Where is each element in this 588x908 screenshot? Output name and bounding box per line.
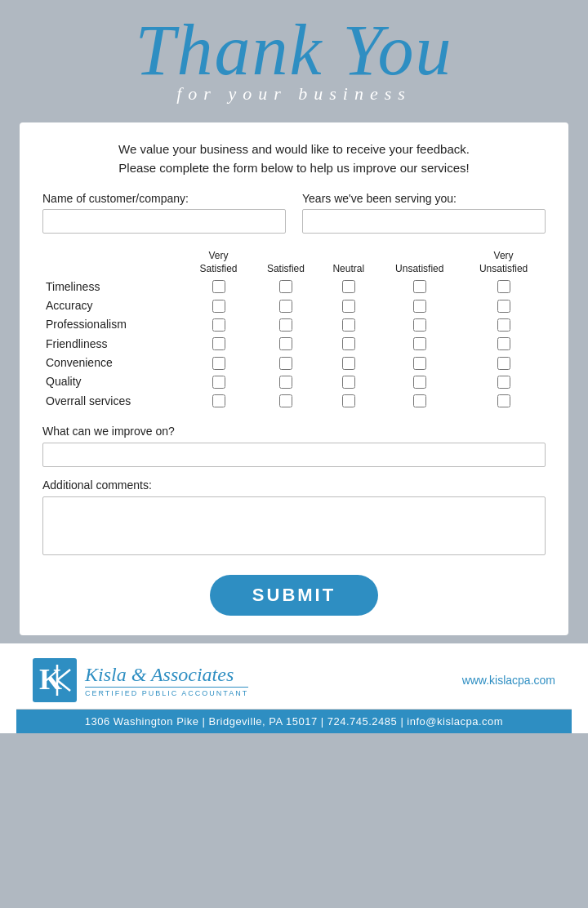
table-row: Timeliness — [42, 277, 546, 296]
years-label: Years we've been serving you: — [302, 192, 546, 205]
row-label: Quality — [42, 372, 185, 391]
years-input[interactable] — [302, 209, 546, 234]
rating-checkbox[interactable] — [279, 300, 292, 313]
rating-checkbox[interactable] — [342, 357, 355, 370]
check-cell[interactable] — [377, 391, 461, 410]
check-cell[interactable] — [461, 334, 546, 353]
row-label: Friendliness — [42, 334, 185, 353]
rating-checkbox[interactable] — [413, 376, 426, 389]
rating-checkbox[interactable] — [497, 280, 510, 293]
footer-section: K Kisla & Associates Certified Public Ac… — [0, 643, 588, 733]
company-tagline: Certified Public Accountant — [85, 687, 248, 697]
check-cell[interactable] — [252, 296, 319, 314]
header-section: Thank You for your business — [0, 0, 588, 122]
row-label: Professionalism — [42, 315, 185, 334]
check-cell[interactable] — [377, 353, 461, 372]
rating-checkbox[interactable] — [413, 394, 426, 407]
rating-checkbox[interactable] — [413, 300, 426, 313]
check-cell[interactable] — [319, 277, 377, 296]
table-row: Friendliness — [42, 334, 546, 353]
submit-button[interactable]: SUBMIT — [210, 575, 378, 616]
table-row: Accuracy — [42, 296, 546, 314]
improve-input[interactable] — [42, 443, 546, 467]
rating-checkbox[interactable] — [212, 318, 225, 332]
check-cell[interactable] — [185, 296, 252, 314]
rating-checkbox[interactable] — [212, 376, 225, 389]
rating-checkbox[interactable] — [279, 394, 292, 407]
rating-checkbox[interactable] — [342, 280, 355, 293]
check-cell[interactable] — [252, 353, 319, 372]
check-cell[interactable] — [185, 334, 252, 353]
check-cell[interactable] — [461, 372, 546, 391]
check-cell[interactable] — [319, 334, 377, 353]
check-cell[interactable] — [185, 372, 252, 391]
rating-checkbox[interactable] — [212, 357, 225, 370]
check-cell[interactable] — [252, 391, 319, 410]
rating-checkbox[interactable] — [342, 337, 355, 350]
check-cell[interactable] — [377, 334, 461, 353]
rating-checkbox[interactable] — [342, 394, 355, 407]
thank-you-title: Thank You — [136, 15, 453, 87]
rating-checkbox[interactable] — [497, 394, 510, 407]
table-row: Quality — [42, 372, 546, 391]
check-cell[interactable] — [252, 334, 319, 353]
submit-row: SUBMIT — [42, 575, 546, 616]
rating-checkbox[interactable] — [413, 357, 426, 370]
rating-checkbox[interactable] — [413, 337, 426, 350]
customer-label: Name of customer/company: — [42, 192, 286, 205]
rating-checkbox[interactable] — [342, 300, 355, 313]
rating-checkbox[interactable] — [279, 337, 292, 350]
rating-checkbox[interactable] — [497, 337, 510, 350]
rating-checkbox[interactable] — [212, 394, 225, 407]
rating-checkbox[interactable] — [413, 318, 426, 332]
rating-checkbox[interactable] — [279, 318, 292, 332]
check-cell[interactable] — [319, 353, 377, 372]
check-cell[interactable] — [185, 391, 252, 410]
check-cell[interactable] — [319, 296, 377, 314]
years-field-group: Years we've been serving you: — [302, 192, 546, 234]
check-cell[interactable] — [319, 315, 377, 334]
col-very-satisfied: VerySatisfied — [185, 248, 252, 277]
check-cell[interactable] — [461, 315, 546, 334]
rating-checkbox[interactable] — [212, 337, 225, 350]
form-card: We value your business and would like to… — [20, 122, 568, 635]
rating-checkbox[interactable] — [342, 376, 355, 389]
rating-checkbox[interactable] — [497, 318, 510, 332]
rating-checkbox[interactable] — [497, 357, 510, 370]
footer-address: 1306 Washington Pike | Bridgeville, PA 1… — [16, 710, 572, 733]
check-cell[interactable] — [252, 372, 319, 391]
check-cell[interactable] — [461, 296, 546, 314]
check-cell[interactable] — [461, 391, 546, 410]
comments-input[interactable] — [42, 496, 546, 555]
rating-table: VerySatisfied Satisfied Neutral Unsatisf… — [42, 248, 546, 410]
check-cell[interactable] — [185, 277, 252, 296]
rating-checkbox[interactable] — [212, 280, 225, 293]
rating-checkbox[interactable] — [279, 376, 292, 389]
rating-checkbox[interactable] — [342, 318, 355, 332]
check-cell[interactable] — [319, 372, 377, 391]
check-cell[interactable] — [377, 296, 461, 314]
company-logo-icon: K — [33, 658, 77, 702]
check-cell[interactable] — [377, 315, 461, 334]
check-cell[interactable] — [252, 277, 319, 296]
top-fields-row: Name of customer/company: Years we've be… — [42, 192, 546, 234]
rating-checkbox[interactable] — [279, 357, 292, 370]
check-cell[interactable] — [377, 372, 461, 391]
rating-checkbox[interactable] — [497, 300, 510, 313]
rating-checkbox[interactable] — [497, 376, 510, 389]
col-neutral: Neutral — [319, 248, 377, 277]
rating-checkbox[interactable] — [413, 280, 426, 293]
logo-area: K Kisla & Associates Certified Public Ac… — [33, 658, 248, 702]
check-cell[interactable] — [461, 353, 546, 372]
check-cell[interactable] — [185, 353, 252, 372]
rating-checkbox[interactable] — [279, 280, 292, 293]
check-cell[interactable] — [252, 315, 319, 334]
col-unsatisfied: Unsatisfied — [377, 248, 461, 277]
check-cell[interactable] — [319, 391, 377, 410]
table-row: Overrall services — [42, 391, 546, 410]
rating-checkbox[interactable] — [212, 300, 225, 313]
customer-input[interactable] — [42, 209, 286, 234]
check-cell[interactable] — [461, 277, 546, 296]
check-cell[interactable] — [377, 277, 461, 296]
check-cell[interactable] — [185, 315, 252, 334]
